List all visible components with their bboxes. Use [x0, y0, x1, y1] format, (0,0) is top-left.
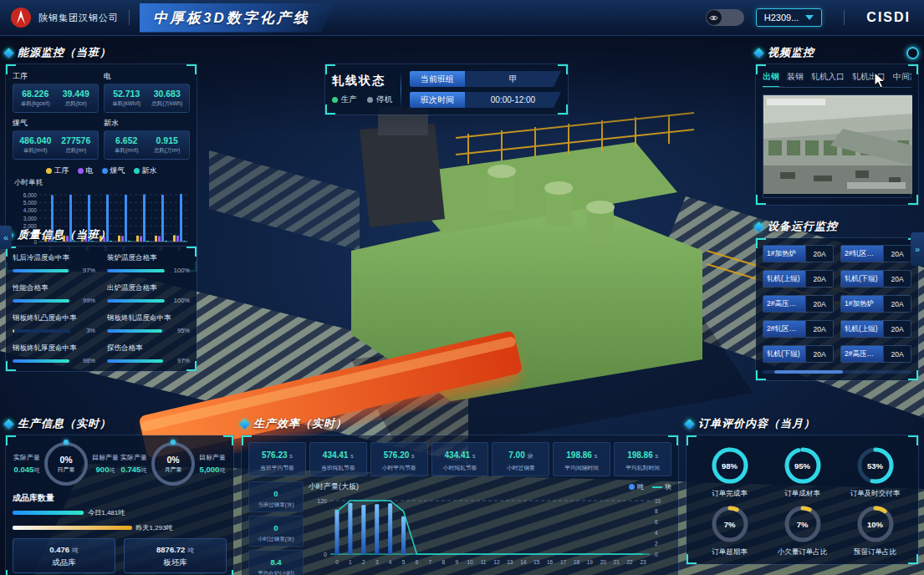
order-gauge-ring: 98% — [708, 444, 752, 487]
mini-stat-value: 0 — [273, 489, 278, 498]
equipment-current: 20A — [883, 296, 911, 312]
efficiency-unit: s — [411, 453, 415, 459]
mouse-cursor — [874, 72, 887, 89]
energy-unit-label: 总耗(m³) — [58, 147, 95, 155]
energy-value: 277576 — [58, 135, 95, 145]
hourly-chart-title: 小时产量(大板) — [309, 481, 359, 492]
quality-progress-bar — [107, 299, 165, 303]
scrollbar-thumb[interactable] — [774, 370, 843, 374]
badge-label: 班次时间 — [410, 92, 465, 108]
cctv-frame[interactable] — [763, 94, 911, 198]
equipment-chip[interactable]: 轧机(上辊)20A — [763, 270, 834, 288]
video-tab[interactable]: 出钢 — [763, 71, 779, 83]
order-gauge-ring: 7% — [781, 502, 824, 546]
video-tab[interactable]: 轧机入口 — [811, 71, 845, 83]
video-expand-button[interactable] — [906, 47, 919, 59]
svg-text:6: 6 — [416, 559, 419, 565]
svg-text:10: 10 — [467, 559, 474, 565]
equipment-chip[interactable]: 2#高压除鳞20A — [840, 345, 911, 363]
equipment-chip[interactable]: 2#轧区辊道20A — [840, 245, 911, 262]
equipment-name: 轧机(下辊) — [763, 346, 805, 362]
quality-item: 出炉温度合格率100% — [107, 283, 190, 304]
badge-label: 当前班组 — [410, 71, 465, 87]
equipment-chip[interactable]: 轧机(下辊)20A — [840, 270, 911, 288]
svg-text:0: 0 — [655, 552, 658, 557]
equipment-chip[interactable]: 1#加热炉20A — [763, 245, 834, 262]
svg-text:11: 11 — [481, 559, 487, 565]
legend-label: 工序 — [54, 165, 69, 176]
efficiency-unit: 块 — [527, 453, 533, 459]
energy-title: 能源监控（当班） — [18, 45, 111, 60]
efficiency-cards: 576.23 s当班平均节奏434.41 s当班纯轧节奏576.20 s小时平均… — [248, 442, 671, 476]
efficiency-value: 434.41 s — [323, 450, 354, 460]
svg-text:5: 5 — [402, 559, 406, 565]
order-gauge-ring: 95% — [781, 444, 824, 487]
efficiency-card: 7.00 块小时过钢量 — [492, 442, 549, 476]
equipment-chip[interactable]: 2#高压除鳞20A — [763, 295, 834, 313]
divider — [129, 10, 130, 25]
stock-bar-row: 今日1,481吨 — [13, 508, 227, 517]
efficiency-value: 7.00 块 — [508, 450, 533, 460]
quality-item: 钢板终轧凸度命中率3% — [13, 313, 95, 334]
video-tab[interactable]: 中间冷 — [893, 71, 911, 83]
video-tab[interactable]: 装钢 — [787, 71, 804, 83]
equipment-chip[interactable]: 轧机(下辊)20A — [763, 345, 834, 363]
order-gauge: 53%订单及时交付率 — [850, 444, 901, 499]
quality-percent: 99% — [74, 297, 95, 304]
svg-text:13: 13 — [507, 559, 513, 565]
efficiency-mini-stat: 0当班过钢量(块) — [248, 481, 304, 512]
line-status-legend-item: 生产 — [332, 94, 357, 105]
equipment-chip[interactable]: 轧机(上辊)20A — [840, 320, 911, 338]
order-gauge-ring: 7% — [708, 502, 752, 546]
equipment-chip[interactable]: 2#轧区辊道20A — [763, 320, 834, 338]
finished-store-card[interactable]: 0.476 吨 成品库 — [13, 538, 115, 573]
day-progress-ring: 0%日产量 — [44, 442, 88, 486]
quality-percent: 100% — [168, 297, 190, 304]
energy-unit-label: 单耗(kgce/t) — [17, 100, 54, 108]
slab-store-card[interactable]: 8876.72 吨 板坯库 — [124, 538, 227, 573]
left-collapse-handle[interactable]: « — [0, 226, 12, 249]
unit: 吨 — [109, 467, 115, 473]
equipment-panel: 设备运行监控 1#加热炉20A2#轧区辊道20A轧机(上辊)20A轧机(下辊)2… — [755, 219, 919, 381]
video-tabs: 出钢装钢轧机入口轧机出口中间冷电加热 — [763, 71, 911, 88]
energy-value: 486.040 — [17, 135, 54, 145]
efficiency-value: 198.86 s — [627, 450, 658, 460]
energy-unit-label: 单耗(m³/t) — [108, 147, 145, 155]
svg-text:3: 3 — [375, 559, 379, 565]
equipment-current: 20A — [805, 346, 833, 362]
quality-grid: 轧后冷温度命中率97%装炉温度合格率100%性能合格率99%出炉温度合格率100… — [13, 253, 190, 364]
quality-progress-bar — [107, 359, 165, 363]
energy-card: 新水6.652单耗(m³/t)0.915总耗(万m³) — [104, 118, 190, 160]
right-collapse-handle[interactable]: » — [911, 232, 924, 266]
quality-progress-bar — [13, 359, 70, 363]
heat-number-dropdown[interactable]: H2309... — [756, 8, 823, 27]
svg-text:16: 16 — [547, 559, 554, 565]
efficiency-label: 当班平均节奏 — [251, 464, 304, 472]
unit: 吨 — [33, 467, 39, 473]
svg-text:3,000: 3,000 — [23, 216, 38, 221]
order-gauge-label: 小欠量订单占比 — [778, 547, 828, 557]
day-label: 日产量 — [58, 466, 75, 474]
quality-percent: 95% — [168, 327, 190, 334]
energy-value: 68.226 — [17, 89, 54, 99]
equipment-name: 2#高压除鳞 — [841, 346, 883, 362]
mini-stat-value: 0 — [273, 523, 278, 532]
efficiency-value: 576.20 s — [384, 450, 415, 460]
energy-unit-label: 总耗(tce) — [58, 100, 95, 108]
efficiency-card: 576.20 s小时平均节奏 — [370, 442, 428, 476]
actual-value: 0.745 — [121, 465, 141, 474]
efficiency-unit: s — [350, 453, 354, 459]
badge-value: 甲 — [465, 71, 561, 87]
equipment-current: 20A — [883, 346, 911, 362]
visibility-toggle[interactable] — [706, 9, 744, 26]
equipment-chip[interactable]: 1#加热炉20A — [840, 295, 911, 313]
quality-item: 探伤合格率97% — [107, 343, 190, 364]
brand-logo: CISDI — [866, 10, 911, 25]
equipment-scrollbar[interactable] — [763, 370, 911, 374]
efficiency-card: 434.41 s小时纯轧节奏 — [431, 442, 489, 476]
quality-percent: 97% — [168, 357, 190, 364]
equipment-current: 20A — [805, 296, 833, 312]
svg-text:2: 2 — [655, 541, 658, 547]
top-bar: 陕钢集团汉钢公司 中厚板3D数字化产线 H2309... CISDI — [0, 0, 924, 36]
equipment-name: 2#轧区辊道 — [763, 321, 805, 337]
